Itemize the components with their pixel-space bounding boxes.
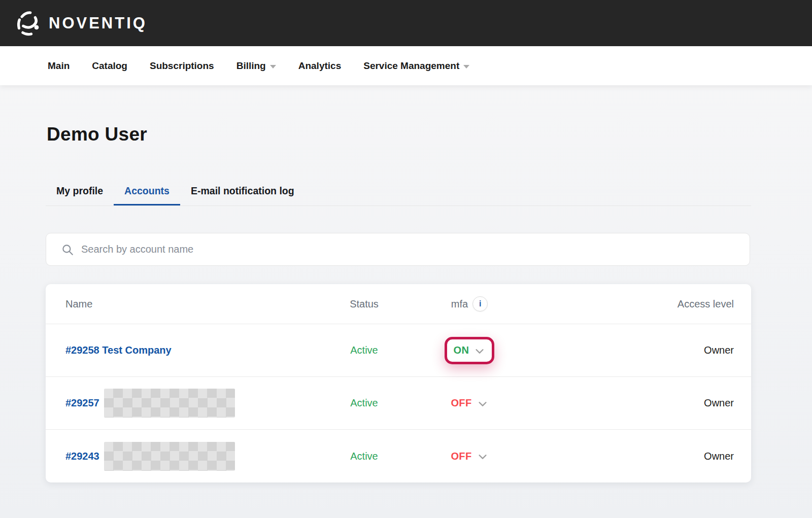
table-row: #29258 Test Company Active ON Owner <box>46 324 751 377</box>
access-level: Owner <box>704 344 734 356</box>
redacted-name-block <box>104 389 235 418</box>
search-input[interactable] <box>81 244 750 255</box>
nav-item-catalog[interactable]: Catalog <box>92 60 127 72</box>
chevron-down-icon <box>270 65 276 68</box>
account-search <box>46 233 750 266</box>
nav-item-billing[interactable]: Billing <box>236 60 276 72</box>
chevron-down-icon <box>477 451 488 462</box>
status-badge: Active <box>350 451 378 462</box>
main-navigation: Main Catalog Subscriptions Billing Analy… <box>0 46 812 85</box>
content-area: Demo User My profile Accounts E-mail not… <box>0 124 812 482</box>
accounts-table: Name Status mfa i Access level #29258 Te… <box>46 284 751 482</box>
nav-item-main[interactable]: Main <box>48 60 70 72</box>
tab-accounts[interactable]: Accounts <box>114 178 180 205</box>
nav-item-subscriptions[interactable]: Subscriptions <box>150 60 214 72</box>
header-status: Status <box>294 298 434 310</box>
chevron-down-icon <box>477 398 488 409</box>
mfa-value: ON <box>454 344 469 356</box>
table-header-row: Name Status mfa i Access level <box>46 284 751 324</box>
table-row: #29243 Active OFF Owner <box>46 430 751 482</box>
access-level: Owner <box>704 397 734 408</box>
mfa-value: OFF <box>451 451 471 462</box>
chevron-down-icon <box>463 65 469 68</box>
account-link[interactable]: #29258 Test Company <box>65 344 172 356</box>
mfa-dropdown[interactable]: OFF <box>442 390 497 417</box>
account-link[interactable]: #29243 <box>65 451 99 462</box>
tab-my-profile[interactable]: My profile <box>46 178 114 205</box>
page-title: Demo User <box>47 124 812 145</box>
header-mfa: mfa i <box>434 296 505 312</box>
access-level: Owner <box>704 451 734 462</box>
account-link[interactable]: #29257 <box>65 397 99 409</box>
tab-e-mail-notification-log[interactable]: E-mail notification log <box>180 178 305 205</box>
noventiq-logo[interactable]: NOVENTIQ <box>15 9 147 38</box>
noventiq-logo-icon <box>15 9 44 38</box>
brand-name: NOVENTIQ <box>49 14 147 32</box>
chevron-down-icon <box>474 346 485 357</box>
mfa-dropdown[interactable]: OFF <box>442 442 497 470</box>
mfa-info-icon[interactable]: i <box>472 296 488 312</box>
status-badge: Active <box>350 397 378 408</box>
status-badge: Active <box>350 344 378 356</box>
nav-item-service-management[interactable]: Service Management <box>363 60 469 72</box>
header-access-level: Access level <box>505 298 751 310</box>
top-brand-bar: NOVENTIQ <box>0 0 812 46</box>
redacted-name-block <box>104 442 235 471</box>
search-icon <box>61 243 74 256</box>
nav-item-analytics[interactable]: Analytics <box>298 60 341 72</box>
mfa-dropdown[interactable]: ON <box>445 337 495 364</box>
table-body: #29258 Test Company Active ON Owner #292… <box>46 324 751 482</box>
mfa-value: OFF <box>451 397 471 409</box>
header-name: Name <box>46 298 294 310</box>
profile-tabs: My profile Accounts E-mail notification … <box>46 178 751 206</box>
table-row: #29257 Active OFF Owner <box>46 377 751 430</box>
